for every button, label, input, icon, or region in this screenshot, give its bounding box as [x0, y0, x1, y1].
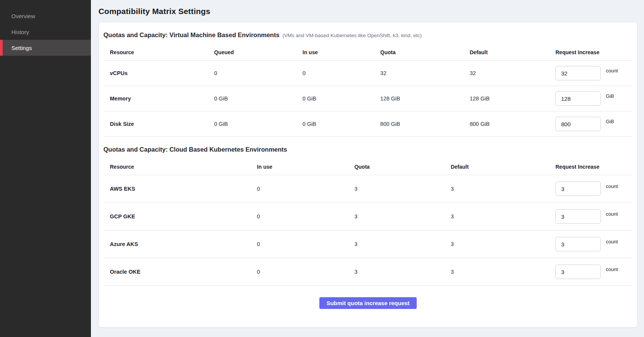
column-header-quota: Quota	[374, 49, 463, 55]
column-header-in-use: In use	[250, 164, 348, 170]
submit-quota-increase-button[interactable]: Submit quota increase request	[319, 297, 417, 309]
column-header-quota: Quota	[348, 164, 444, 170]
quota-value: 800 GiB	[374, 121, 463, 127]
queued-value: 0 GiB	[208, 121, 296, 127]
gcp-gke-request-input[interactable]	[555, 209, 601, 224]
table-row-disk-size: Disk Size 0 GiB 0 GiB 800 GiB 800 GiB Gi…	[103, 111, 633, 137]
in-use-value: 0	[250, 213, 348, 219]
azure-aks-request-input[interactable]	[555, 237, 601, 251]
in-use-value: 0	[250, 186, 348, 192]
column-header-request-increase: Request Increase	[549, 164, 633, 170]
resource-label: vCPUs	[103, 70, 208, 76]
column-header-default: Default	[444, 164, 549, 170]
quota-value: 32	[374, 70, 463, 76]
in-use-value: 0	[250, 269, 348, 275]
resource-label: Memory	[103, 96, 208, 102]
aws-eks-request-input[interactable]	[555, 182, 601, 196]
request-increase-cell: count	[549, 237, 633, 251]
card-footer: Submit quota increase request	[103, 297, 633, 309]
disk-size-request-input[interactable]	[555, 117, 601, 131]
request-increase-cell: GiB	[549, 117, 633, 131]
unit-label: count	[606, 183, 618, 189]
unit-label: count	[606, 211, 618, 217]
app-root: Overview History Settings Compatibility …	[0, 0, 644, 337]
memory-request-input[interactable]	[555, 91, 601, 106]
request-increase-cell: count	[549, 209, 633, 224]
resource-label: GCP GKE	[103, 213, 250, 219]
default-value: 128 GiB	[463, 96, 549, 102]
table-row-vcpus: vCPUs 0 0 32 32 count	[103, 61, 633, 86]
column-header-in-use: In use	[296, 49, 374, 55]
sidebar: Overview History Settings	[0, 0, 91, 337]
resource-label: Azure AKS	[103, 241, 250, 247]
sidebar-item-overview[interactable]: Overview	[0, 8, 91, 24]
request-increase-cell: count	[549, 182, 633, 196]
cloud-table-header: Resource In use Quota Default Request In…	[103, 158, 633, 175]
vm-section-title: Quotas and Capacity: Virtual Machine Bas…	[103, 31, 280, 39]
vcpus-request-input[interactable]	[555, 66, 601, 80]
column-header-resource: Resource	[103, 49, 208, 55]
in-use-value: 0 GiB	[296, 121, 374, 127]
resource-label: Disk Size	[103, 121, 208, 127]
quota-value: 128 GiB	[374, 96, 463, 102]
unit-label: count	[606, 68, 618, 74]
unit-label: count	[606, 266, 618, 272]
oracle-oke-request-input[interactable]	[555, 265, 601, 279]
column-header-default: Default	[463, 49, 549, 55]
page-title: Compatibility Matrix Settings	[98, 7, 638, 16]
request-increase-cell: GiB	[549, 91, 633, 106]
quota-value: 3	[348, 241, 444, 247]
resource-label: AWS EKS	[103, 186, 250, 192]
default-value: 800 GiB	[463, 121, 549, 127]
cloud-section-heading: Quotas and Capacity: Cloud Based Kuberne…	[103, 146, 633, 153]
unit-label: GiB	[606, 119, 614, 124]
sidebar-item-history[interactable]: History	[0, 24, 91, 40]
table-row-aws-eks: AWS EKS 0 3 3 count	[103, 175, 633, 203]
table-row-memory: Memory 0 GiB 0 GiB 128 GiB 128 GiB GiB	[103, 86, 633, 111]
unit-label: GiB	[606, 93, 614, 99]
quota-value: 3	[348, 269, 444, 275]
in-use-value: 0 GiB	[296, 96, 374, 102]
table-row-azure-aks: Azure AKS 0 3 3 count	[103, 230, 633, 258]
unit-label: count	[606, 239, 618, 245]
column-header-resource: Resource	[103, 164, 250, 170]
in-use-value: 0	[296, 70, 374, 76]
main-content: Compatibility Matrix Settings Quotas and…	[91, 0, 644, 337]
request-increase-cell: count	[549, 66, 633, 80]
column-header-request-increase: Request Increase	[549, 49, 633, 55]
quota-value: 3	[348, 186, 444, 192]
vm-section-heading: Quotas and Capacity: Virtual Machine Bas…	[103, 31, 633, 39]
vm-table-header: Resource Queued In use Quota Default Req…	[103, 44, 633, 61]
vm-section-subtitle: (VMs and VM-based Kubernetes like OpenSh…	[283, 33, 422, 38]
resource-label: Oracle OKE	[103, 269, 250, 275]
quota-value: 3	[348, 213, 444, 219]
cloud-section-title: Quotas and Capacity: Cloud Based Kuberne…	[103, 146, 287, 153]
queued-value: 0	[208, 70, 296, 76]
table-row-gcp-gke: GCP GKE 0 3 3 count	[103, 203, 633, 230]
in-use-value: 0	[250, 241, 348, 247]
quota-settings-card: Quotas and Capacity: Virtual Machine Bas…	[98, 22, 638, 328]
sidebar-item-settings[interactable]: Settings	[0, 40, 91, 56]
default-value: 3	[444, 186, 549, 192]
request-increase-cell: count	[549, 265, 633, 279]
column-header-queued: Queued	[208, 49, 296, 55]
default-value: 32	[463, 70, 549, 76]
default-value: 3	[444, 241, 549, 247]
default-value: 3	[444, 269, 549, 275]
queued-value: 0 GiB	[208, 96, 296, 102]
default-value: 3	[444, 213, 549, 219]
table-row-oracle-oke: Oracle OKE 0 3 3 count	[103, 258, 633, 286]
